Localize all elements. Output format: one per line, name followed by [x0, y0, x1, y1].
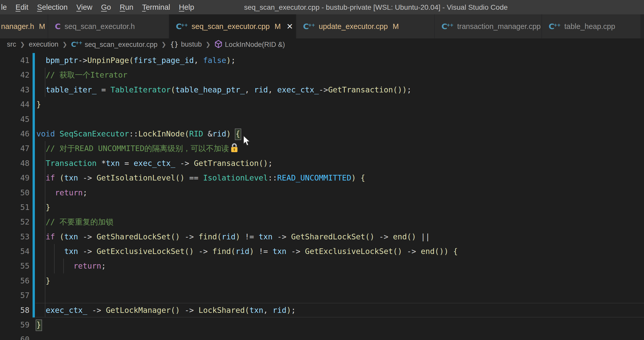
- editor-tab-bar: nanager.hMCseq_scan_executor.hC++seq_sca…: [0, 14, 644, 38]
- symbol-method-cube-icon: [214, 40, 223, 48]
- line-number: 42: [0, 68, 29, 82]
- line-number: 55: [0, 259, 29, 273]
- bracket-match-box: {: [235, 129, 241, 140]
- line-number: 44: [0, 97, 29, 112]
- close-tab-icon[interactable]: ✕: [286, 22, 293, 31]
- code-line-59[interactable]: 59}: [0, 317, 644, 332]
- git-modified-indicator: [33, 273, 35, 288]
- line-number: 48: [0, 156, 29, 171]
- code-editor[interactable]: 41 bpm_ptr->UnpinPage(first_page_id, fal…: [0, 50, 644, 340]
- code-line-52[interactable]: 52 // 不要重复的加锁: [0, 215, 644, 229]
- code-line-54[interactable]: 54 txn -> GetExclusiveLockSet() -> find(…: [0, 244, 644, 259]
- code-line-60[interactable]: 60: [0, 332, 644, 340]
- tab-label: seq_scan_executor.cpp: [192, 22, 270, 31]
- code-line-51[interactable]: 51 }: [0, 200, 644, 215]
- git-modified-indicator: [33, 259, 35, 273]
- lock-emoji: [230, 143, 239, 153]
- code-line-45[interactable]: 45: [0, 112, 644, 126]
- modified-badge: M: [275, 22, 281, 31]
- menu-item-le[interactable]: le: [0, 0, 11, 14]
- line-number: 54: [0, 244, 29, 259]
- git-modified-indicator: [33, 68, 35, 82]
- line-number: 53: [0, 229, 29, 244]
- code-line-42[interactable]: 42 // 获取一个Iterator: [0, 68, 644, 82]
- menu-item-edit[interactable]: Edit: [11, 0, 33, 14]
- code-text: table_iter_ = TableIterator(table_heap_p…: [36, 82, 411, 97]
- cpp-file-icon: C++: [441, 22, 453, 31]
- menu-item-view[interactable]: View: [72, 0, 97, 14]
- code-line-58[interactable]: 58 exec_ctx_ -> GetLockManager() -> Lock…: [0, 303, 644, 317]
- code-line-49[interactable]: 49 if (txn -> GetIsolationLevel() == Iso…: [0, 171, 644, 185]
- cpp-file-icon: C++: [549, 22, 560, 31]
- tab-update_executor.cpp[interactable]: C++update_executor.cppM: [296, 14, 435, 38]
- code-line-55[interactable]: 55 return;: [0, 259, 644, 273]
- code-text: // 对于READ UNCOMMITED的隔离级别，可以不加读: [36, 141, 239, 156]
- breadcrumb-item-LockInNode[interactable]: LockInNode(RID &): [214, 40, 285, 49]
- cpp-file-icon: C++: [71, 40, 82, 48]
- breadcrumb-item-seq_scan_executor.cpp[interactable]: C++seq_scan_executor.cpp: [71, 40, 157, 49]
- code-line-48[interactable]: 48 Transaction *txn = exec_ctx_ -> GetTr…: [0, 156, 644, 171]
- code-line-57[interactable]: 57: [0, 288, 644, 303]
- code-line-53[interactable]: 53 if (txn -> GetSharedLockSet() -> find…: [0, 229, 644, 244]
- tab-label: update_executor.cpp: [319, 22, 388, 31]
- git-modified-indicator: [33, 141, 35, 156]
- git-modified-indicator: [33, 215, 35, 229]
- code-line-41[interactable]: 41 bpm_ptr->UnpinPage(first_page_id, fal…: [0, 53, 644, 68]
- code-line-47[interactable]: 47 // 对于READ UNCOMMITED的隔离级别，可以不加读: [0, 141, 644, 156]
- menu-bar: leEditSelectionViewGoRunTerminalHelp: [0, 0, 198, 14]
- line-number: 49: [0, 171, 29, 185]
- code-text: return;: [36, 259, 106, 273]
- tab-label: seq_scan_executor.h: [65, 22, 135, 31]
- line-number: 52: [0, 215, 29, 229]
- breadcrumb-item-bustub[interactable]: {}bustub: [170, 40, 202, 48]
- menu-item-terminal[interactable]: Terminal: [138, 0, 175, 14]
- c-header-file-icon: C: [55, 22, 61, 31]
- bracket-match-box: }: [36, 320, 42, 331]
- code-text: Transaction *txn = exec_ctx_ -> GetTrans…: [36, 156, 273, 171]
- code-text: bpm_ptr->UnpinPage(first_page_id, false)…: [36, 53, 236, 68]
- code-text: if (txn -> GetSharedLockSet() -> find(ri…: [36, 229, 430, 244]
- code-line-44[interactable]: 44}: [0, 97, 644, 112]
- code-line-50[interactable]: 50 return;: [0, 185, 644, 200]
- breadcrumb: src❯execution❯C++seq_scan_executor.cpp❯{…: [0, 38, 644, 50]
- code-text: exec_ctx_ -> GetLockManager() -> LockSha…: [36, 303, 296, 317]
- breadcrumb-separator-icon: ❯: [206, 41, 210, 48]
- line-number: 50: [0, 185, 29, 200]
- tab-nanager.h[interactable]: nanager.hM: [0, 14, 48, 38]
- code-text: void SeqScanExecutor::LockInNode(RID &ri…: [36, 126, 240, 141]
- git-modified-indicator: [33, 156, 35, 171]
- line-number: 60: [0, 332, 29, 340]
- menu-item-selection[interactable]: Selection: [33, 0, 72, 14]
- tab-seq_scan_executor.cpp[interactable]: C++seq_scan_executor.cppM✕: [169, 14, 296, 38]
- code-text: }: [36, 97, 41, 112]
- menu-item-go[interactable]: Go: [97, 0, 115, 14]
- tab-transaction_manager.cpp[interactable]: C++transaction_manager.cpp: [435, 14, 542, 38]
- code-text: return;: [36, 185, 87, 200]
- menu-item-help[interactable]: Help: [175, 0, 199, 14]
- title-bar: leEditSelectionViewGoRunTerminalHelp seq…: [0, 0, 644, 14]
- git-modified-indicator: [33, 229, 35, 244]
- breadcrumb-item-src[interactable]: src: [7, 40, 16, 48]
- tab-seq_scan_executor.h[interactable]: Cseq_scan_executor.h: [48, 14, 169, 38]
- line-number: 56: [0, 273, 29, 288]
- git-modified-indicator: [33, 53, 35, 68]
- git-modified-indicator: [33, 288, 35, 303]
- code-line-46[interactable]: 46void SeqScanExecutor::LockInNode(RID &…: [0, 126, 644, 141]
- code-text: txn -> GetExclusiveLockSet() -> find(rid…: [36, 244, 458, 259]
- tab-table_heap.cpp[interactable]: C++table_heap.cpp: [542, 14, 641, 38]
- git-modified-indicator: [33, 200, 35, 215]
- code-text: // 获取一个Iterator: [36, 68, 127, 82]
- line-number: 59: [0, 317, 29, 332]
- menu-item-run[interactable]: Run: [115, 0, 138, 14]
- breadcrumb-item-execution[interactable]: execution: [29, 40, 58, 48]
- line-number: 43: [0, 82, 29, 97]
- code-text: }: [36, 317, 41, 332]
- cpp-file-icon: C++: [303, 22, 315, 31]
- code-text: // 不要重复的加锁: [36, 215, 113, 229]
- code-line-56[interactable]: 56 }: [0, 273, 644, 288]
- git-modified-indicator: [33, 126, 35, 141]
- code-line-43[interactable]: 43 table_iter_ = TableIterator(table_hea…: [0, 82, 644, 97]
- line-number: 51: [0, 200, 29, 215]
- git-modified-indicator: [33, 112, 35, 126]
- tab-label: transaction_manager.cpp: [457, 22, 541, 31]
